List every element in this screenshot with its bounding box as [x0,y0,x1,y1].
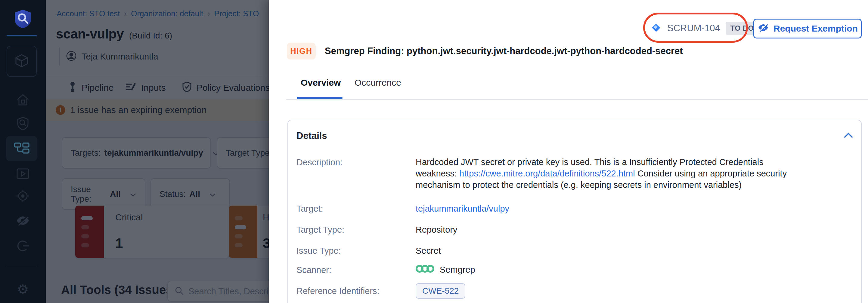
scanner-label: Scanner: [297,265,331,275]
scanner-value-row: Semgrep [416,263,475,277]
active-tab-underline [297,97,342,99]
issue-type-value: Secret [416,246,441,256]
target-type-value: Repository [416,225,458,235]
details-heading: Details [297,131,327,141]
description-line-1: Hardcoded JWT secret or private key is u… [416,156,787,168]
sidebar-item-pipelines-active[interactable] [6,136,37,161]
pipeline-flow-icon [13,142,30,155]
details-card: Details Description: Hardcoded JWT secre… [287,120,862,303]
sidebar-item-executions[interactable] [0,168,46,181]
sto-logo-icon [0,8,46,30]
description-line-2: weakness: https://cwe.mitre.org/data/def… [416,168,787,179]
app-window: ⚙ Account: STO test › Organization: defa… [0,0,868,303]
gear-icon: ⚙ [17,283,29,296]
play-box-icon [16,168,30,181]
semgrep-logo-icon [416,263,435,277]
issue-type-label: Issue Type: [297,246,341,256]
reference-identifiers-value: CWE-522 [416,283,465,299]
target-label: Target: [297,204,323,214]
sidebar-item-targets[interactable] [0,189,46,204]
chevron-up-icon[interactable] [844,132,853,139]
severity-badge-high: HIGH [287,43,316,60]
jira-icon [650,22,662,35]
eye-slash-icon [16,215,30,228]
sidebar-item-exemptions[interactable] [0,215,46,228]
scanner-name: Semgrep [440,265,475,275]
target-crosshair-icon [16,189,30,204]
sidebar-divider [7,35,37,36]
eye-slash-icon [757,23,769,34]
tab-overview[interactable]: Overview [301,77,341,88]
sidebar-item-module-switcher[interactable] [7,46,37,77]
tab-occurrence[interactable]: Occurrence [354,77,401,88]
finding-details-drawer: SCRUM-104 TO DO Request Exemption HIGH S… [269,0,868,303]
description-label: Description: [297,158,342,167]
power-arrow-icon [16,240,30,253]
jira-ticket-chip[interactable]: SCRUM-104 TO DO [650,19,759,37]
left-nav-sidebar: ⚙ [0,0,46,303]
reference-identifiers-label: Reference Identifiers: [297,286,379,296]
request-exemption-button[interactable]: Request Exemption [753,19,862,38]
home-icon [16,94,30,107]
jira-ticket-key: SCRUM-104 [667,23,720,34]
sidebar-item-getting-started[interactable] [0,240,46,253]
cwe-chip[interactable]: CWE-522 [416,283,465,299]
request-exemption-label: Request Exemption [774,24,858,34]
description-value: Hardcoded JWT secret or private key is u… [416,156,787,191]
sidebar-item-settings[interactable]: ⚙ [0,282,46,297]
description-line-3: mechanism to protect the credentials (e.… [416,179,787,191]
modal-dim-overlay[interactable] [46,0,269,303]
cwe-definition-link[interactable]: https://cwe.mitre.org/data/definitions/5… [459,169,635,178]
cube-icon [14,53,30,70]
sidebar-item-overview-scan[interactable] [0,117,46,131]
target-type-label: Target Type: [297,225,344,235]
sidebar-item-home[interactable] [0,94,46,107]
tabs-divider-line [286,99,868,100]
sidebar-divider-bottom [7,266,37,266]
finding-title: Semgrep Finding: python.jwt.security.jwt… [325,43,683,60]
target-link[interactable]: tejakummarikuntla/vulpy [416,204,509,214]
shield-search-icon [17,116,29,132]
